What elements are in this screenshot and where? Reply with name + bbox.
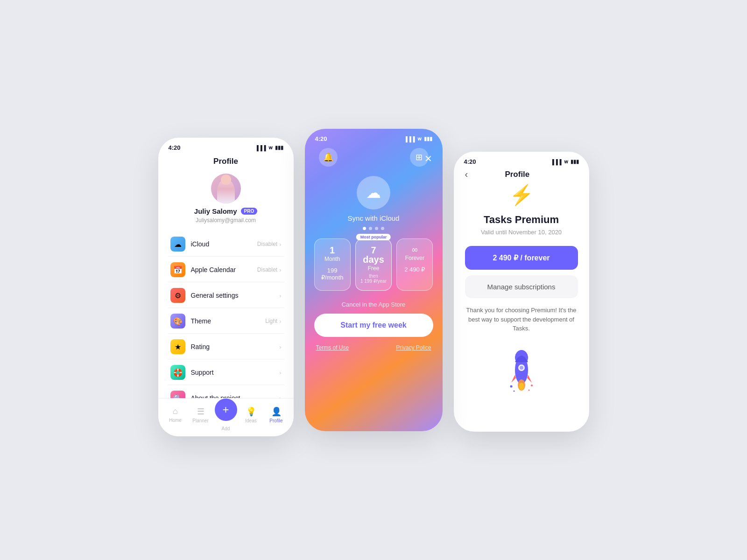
chevron-icloud: › — [279, 241, 281, 248]
nav-label-add: Add — [222, 426, 230, 431]
rating-icon: ★ — [170, 339, 185, 354]
nav-item-profile[interactable]: 👤 Profile — [264, 406, 289, 423]
profile-title-right: Profile — [468, 170, 566, 179]
bottom-nav: ⌂ Home ☰ Planner + Add 💡 Ideas 👤 Profile — [158, 398, 294, 436]
menu-item-icloud[interactable]: ☁ iCloud Disablet › — [168, 232, 284, 257]
plan-month-sub: Month — [318, 256, 346, 262]
avatar-wrap: Juliy Salomy PRO Juliysalomy@gmail.com — [168, 174, 284, 224]
menu-item-support[interactable]: 🛟 Support › — [168, 360, 284, 385]
status-bar-right: 4:20 ▐▐▐ 𝗐 ▮▮▮ — [454, 152, 589, 167]
nav-label-profile: Profile — [269, 418, 282, 423]
menu-label-icloud: iCloud — [191, 240, 257, 248]
ideas-icon: 💡 — [246, 406, 256, 417]
status-icons-center: ▐▐▐ 𝗐 ▮▮▮ — [404, 136, 432, 142]
menu-value-calendar: Disablet — [257, 266, 277, 273]
lightning-icon-wrap: ⚡ — [465, 183, 578, 206]
chevron-calendar: › — [279, 266, 281, 273]
time-left: 4:20 — [169, 144, 181, 151]
menu-item-theme[interactable]: 🎨 Theme Light › — [168, 309, 284, 334]
signal-icon-left: ▐▐▐ — [255, 145, 266, 151]
svg-point-5 — [519, 383, 524, 390]
battery-icon-center: ▮▮▮ — [424, 136, 432, 142]
status-bar-center: 4:20 ▐▐▐ 𝗐 ▮▮▮ — [305, 129, 443, 144]
terms-row: Terms of Use Privacy Police — [314, 344, 433, 351]
phone-right: 4:20 ▐▐▐ 𝗐 ▮▮▮ ‹ Profile ⚡ Tasks Premium… — [454, 152, 589, 432]
rocket-illustration — [465, 344, 578, 396]
signal-icon-right: ▐▐▐ — [550, 159, 561, 165]
plan-forever-sub: Forever — [401, 255, 429, 261]
plan-forever[interactable]: ∞ Forever 2 490 ₽ — [396, 238, 433, 291]
settings-icon: ⚙ — [170, 288, 185, 303]
plan-week-sub: Free — [359, 265, 388, 272]
plan-week-then: then1 199 ₽/year — [359, 273, 388, 284]
time-right: 4:20 — [464, 158, 476, 165]
pro-badge: PRO — [241, 208, 258, 215]
back-button[interactable]: ‹ — [465, 167, 468, 182]
phone-center: 4:20 ▐▐▐ 𝗐 ▮▮▮ ✕ 🔔 ⊞ ☁ Sync with iCloud — [305, 129, 443, 431]
nav-label-home: Home — [169, 418, 182, 423]
profile-nav-icon: 👤 — [271, 406, 282, 417]
planner-icon: ☰ — [197, 406, 204, 417]
plan-forever-price: 2 490 ₽ — [401, 266, 429, 273]
scene: 4:20 ▐▐▐ 𝗐 ▮▮▮ Profile Juliy Salomy PRO — [140, 96, 608, 464]
pricing-row: 1 Month 199 ₽/month Most popular 7 days … — [314, 238, 433, 291]
svg-point-8 — [513, 390, 514, 392]
cloud-icon-wrap: ☁ Sync with iCloud — [314, 176, 433, 222]
menu-value-icloud: Disablet — [257, 241, 277, 247]
plan-week-title: 7 days — [359, 245, 388, 264]
theme-icon: 🎨 — [170, 314, 185, 329]
avatar-figure — [217, 179, 235, 203]
avatar-head — [221, 175, 231, 185]
user-email: Juliysalomy@gmail.com — [196, 217, 256, 224]
svg-point-6 — [510, 385, 512, 387]
privacy-police-link[interactable]: Privacy Police — [396, 344, 431, 351]
signal-icon-center: ▐▐▐ — [404, 136, 415, 142]
nav-label-planner: Planner — [192, 418, 208, 423]
nav-item-planner[interactable]: ☰ Planner — [188, 406, 213, 423]
dot-1 — [363, 227, 366, 230]
start-free-week-button[interactable]: Start my free week — [314, 314, 433, 337]
wifi-icon-left: 𝗐 — [268, 145, 273, 151]
status-icons-right: ▐▐▐ 𝗐 ▮▮▮ — [550, 159, 578, 165]
status-icons-left: ▐▐▐ 𝗐 ▮▮▮ — [255, 145, 283, 151]
menu-item-calendar[interactable]: 📅 Apple Calendar Disablet › — [168, 258, 284, 282]
cancel-text: Cancel in the App Store — [314, 301, 433, 308]
battery-icon-right: ▮▮▮ — [571, 159, 579, 165]
left-content: Profile Juliy Salomy PRO Juliysalomy@gma… — [158, 157, 294, 436]
user-name: Juliy Salomy — [194, 207, 237, 215]
plan-month[interactable]: 1 Month 199 ₽/month — [314, 238, 351, 291]
cloud-circle: ☁ — [357, 176, 390, 210]
close-button[interactable]: ✕ — [424, 153, 432, 164]
chevron-theme: › — [279, 318, 281, 325]
add-button[interactable]: + — [215, 399, 237, 421]
manage-subscriptions-button[interactable]: Manage subscriptions — [465, 275, 578, 298]
plan-week[interactable]: Most popular 7 days Free then1 199 ₽/yea… — [355, 238, 392, 291]
terms-of-use-link[interactable]: Terms of Use — [316, 344, 349, 351]
menu-label-theme: Theme — [191, 317, 266, 325]
menu-label-settings: General settings — [191, 292, 280, 299]
add-icon: + — [222, 403, 229, 416]
nav-item-ideas[interactable]: 💡 Ideas — [239, 406, 264, 423]
price-forever-button[interactable]: 2 490 ₽ / forever — [465, 246, 578, 270]
svg-point-9 — [528, 389, 529, 391]
thank-you-text: Thank you for choosing Premium! It's the… — [465, 306, 578, 333]
dots-row — [314, 227, 433, 230]
nav-item-home[interactable]: ⌂ Home — [163, 406, 188, 423]
icloud-icon: ☁ — [170, 237, 185, 252]
dot-2 — [369, 227, 372, 230]
top-icons-row: 🔔 ⊞ — [314, 148, 433, 167]
dot-4 — [381, 227, 384, 230]
wifi-icon-center: 𝗐 — [417, 136, 422, 142]
nav-item-add[interactable]: + Add — [213, 399, 239, 431]
calendar-icon: 📅 — [170, 262, 185, 277]
support-icon: 🛟 — [170, 365, 185, 380]
battery-icon-left: ▮▮▮ — [275, 145, 283, 151]
center-content: 🔔 ⊞ ☁ Sync with iCloud 1 Month 199 ₽/mon… — [305, 148, 443, 351]
dot-3 — [375, 227, 378, 230]
svg-point-3 — [520, 366, 523, 370]
chevron-support: › — [279, 369, 281, 376]
menu-item-settings[interactable]: ⚙ General settings › — [168, 283, 284, 308]
menu-item-rating[interactable]: ★ Rating › — [168, 335, 284, 359]
avatar — [211, 174, 241, 203]
chevron-settings: › — [279, 292, 281, 299]
